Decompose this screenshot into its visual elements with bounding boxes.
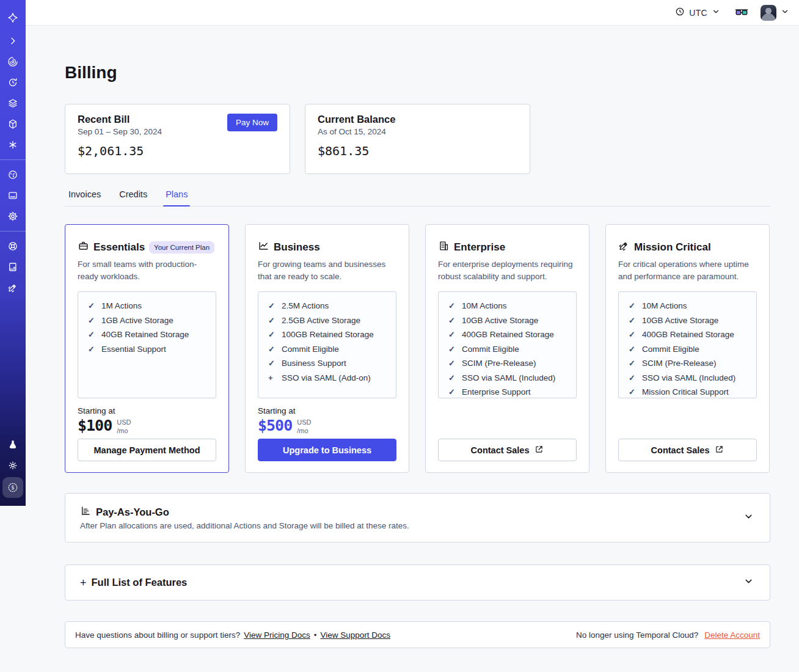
usage-gauge-icon[interactable] xyxy=(0,164,26,185)
pricing-docs-link[interactable]: View Pricing Docs xyxy=(244,630,310,640)
feature-text: 40GB Retained Storage xyxy=(101,330,189,339)
settings-gear-icon[interactable] xyxy=(0,206,26,227)
plan-name: Business xyxy=(274,241,320,254)
feature-text: SCIM (Pre-Release) xyxy=(642,359,717,368)
plan-features-box: ✓10M Actions ✓10GB Active Storage ✓400GB… xyxy=(618,291,757,398)
clock-icon xyxy=(675,7,685,19)
feature-item: ✓Business Support xyxy=(268,359,391,368)
temporal-logo-icon[interactable] xyxy=(0,7,26,28)
cube-icon[interactable] xyxy=(0,114,26,134)
summary-row: Recent Bill Sep 01 – Sep 30, 2024 Pay No… xyxy=(65,104,770,174)
starting-at-label: Starting at xyxy=(258,406,396,415)
footer-right-text: No longer using Temporal Cloud? xyxy=(576,630,698,640)
feature-text: SCIM (Pre-Release) xyxy=(462,359,536,368)
sidebar: $ xyxy=(0,0,26,506)
check-icon: ✓ xyxy=(268,316,276,325)
feature-item: ✓1GB Active Storage xyxy=(88,316,211,325)
feature-item: ✓SSO via SAML (Included) xyxy=(448,373,571,382)
check-icon: ✓ xyxy=(268,359,276,368)
plan-price: $100 xyxy=(78,417,112,434)
upgrade-to-business-button[interactable]: Upgrade to Business xyxy=(258,439,396,461)
theme-sun-icon[interactable] xyxy=(0,455,26,476)
plan-description: For enterprise deployments requiring rob… xyxy=(438,258,577,282)
feature-text: 1GB Active Storage xyxy=(101,316,173,325)
recent-bill-amount: $2,061.35 xyxy=(78,144,277,158)
bar-chart-icon xyxy=(80,505,91,519)
support-lifebuoy-icon[interactable] xyxy=(0,236,26,257)
timezone-selector[interactable]: UTC xyxy=(675,7,720,19)
getting-started-rocket-icon[interactable] xyxy=(0,277,26,298)
feature-item: ✓SSO via SAML (Included) xyxy=(629,373,751,382)
namespaces-icon[interactable] xyxy=(0,51,26,72)
briefcase-icon xyxy=(78,240,89,254)
labs-flask-icon[interactable] xyxy=(0,434,26,455)
feature-item: ✓2.5GB Active Storage xyxy=(268,316,391,325)
check-icon: ✓ xyxy=(629,301,637,310)
payments-card-icon[interactable] xyxy=(0,185,26,206)
layers-icon[interactable] xyxy=(0,93,26,114)
starting-at-label: Starting at xyxy=(78,406,216,415)
check-icon: ✓ xyxy=(448,330,456,339)
check-icon: ✓ xyxy=(448,345,456,354)
plan-features-box: ✓1M Actions ✓1GB Active Storage ✓40GB Re… xyxy=(78,291,216,398)
docs-book-icon[interactable] xyxy=(0,257,26,277)
schedules-icon[interactable] xyxy=(0,72,26,93)
button-label: Contact Sales xyxy=(471,445,530,455)
billing-dollar-icon[interactable]: $ xyxy=(2,477,23,498)
full-features-accordion[interactable]: + Full List of Features xyxy=(65,564,770,601)
feature-item: ✓1M Actions xyxy=(88,301,211,310)
external-link-icon xyxy=(715,445,724,456)
chevron-right-icon[interactable] xyxy=(0,31,26,51)
check-icon: ✓ xyxy=(629,345,637,354)
feature-item: ✓40GB Retained Storage xyxy=(88,330,211,339)
feature-text: Commit Eligible xyxy=(282,345,339,354)
billing-tabs: Invoices Credits Plans xyxy=(65,189,770,206)
check-icon: ✓ xyxy=(629,387,637,396)
delete-account-link[interactable]: Delete Account xyxy=(704,630,760,640)
check-icon: ✓ xyxy=(448,359,456,368)
feature-text: Business Support xyxy=(282,359,346,368)
footer-question: Have questions about billing or support … xyxy=(75,630,240,640)
payg-accordion[interactable]: Pay-As-You-Go After Plan allocations are… xyxy=(65,493,770,542)
plan-description: For critical operations where uptime and… xyxy=(618,258,757,282)
account-menu[interactable] xyxy=(761,5,789,21)
feature-text: 1M Actions xyxy=(101,301,142,310)
support-docs-link[interactable]: View Support Docs xyxy=(320,630,390,640)
feature-text: 2.5M Actions xyxy=(282,301,329,310)
check-icon: ✓ xyxy=(629,316,637,325)
nexus-asterisk-icon[interactable] xyxy=(0,134,26,155)
feature-item: ✓Commit Eligible xyxy=(268,345,391,354)
contact-sales-button[interactable]: Contact Sales xyxy=(438,439,577,461)
plan-features-box: ✓2.5M Actions ✓2.5GB Active Storage ✓100… xyxy=(258,291,396,398)
feature-text: SSO via SAML (Included) xyxy=(642,373,735,382)
user-avatar xyxy=(761,5,776,21)
feature-item: ✓SCIM (Pre-Release) xyxy=(629,359,751,368)
sidebar-divider xyxy=(0,231,26,232)
3d-glasses-icon[interactable] xyxy=(735,7,748,18)
full-features-title: Full List of Features xyxy=(92,577,188,588)
check-icon: ✓ xyxy=(88,316,96,325)
sidebar-divider xyxy=(0,159,26,160)
pay-now-button[interactable]: Pay Now xyxy=(227,114,277,131)
payg-title: Pay-As-You-Go xyxy=(96,506,169,518)
tab-plans[interactable]: Plans xyxy=(166,189,188,206)
contact-sales-button[interactable]: Contact Sales xyxy=(618,439,757,461)
rocket-icon xyxy=(618,240,630,254)
topbar: UTC xyxy=(26,0,799,26)
tab-invoices[interactable]: Invoices xyxy=(68,189,101,206)
plan-description: For growing teams and businesses that ar… xyxy=(258,258,396,282)
trend-chart-icon xyxy=(258,240,269,254)
current-balance-asof: As of Oct 15, 2024 xyxy=(318,127,517,136)
feature-item: ✓Enterprise Support xyxy=(448,387,571,396)
plan-name: Enterprise xyxy=(454,241,505,254)
feature-item: ✓Commit Eligible xyxy=(448,345,571,354)
check-icon: ✓ xyxy=(268,330,276,339)
chevron-down-icon xyxy=(781,7,789,18)
manage-payment-button[interactable]: Manage Payment Method xyxy=(78,439,216,461)
recent-bill-period: Sep 01 – Sep 30, 2024 xyxy=(78,127,162,136)
feature-text: Mission Critical Support xyxy=(642,387,729,396)
currency-label: USD xyxy=(297,418,311,427)
feature-text: 400GB Retained Storage xyxy=(462,330,554,339)
tab-credits[interactable]: Credits xyxy=(119,189,147,206)
check-icon: ✓ xyxy=(448,301,456,310)
